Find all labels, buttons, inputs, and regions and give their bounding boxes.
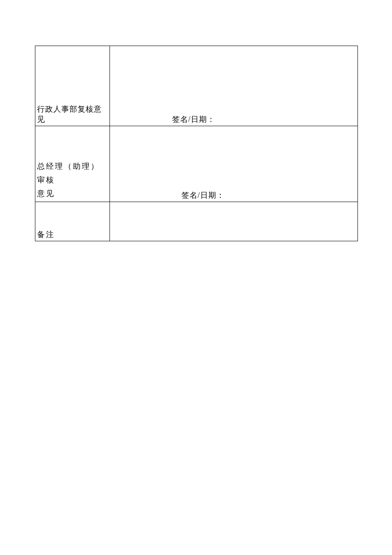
gm-review-label-cell: 总经理（助理） 审核意见 <box>35 126 110 202</box>
gm-review-signature-label: 签名/日期： <box>182 190 225 200</box>
gm-review-content-cell: 签名/日期： <box>110 126 357 202</box>
hr-review-label: 行政人事部复核意见 <box>37 104 110 124</box>
hr-review-signature-label: 签名/日期： <box>172 114 215 124</box>
hr-review-label-cell: 行政人事部复核意见 <box>35 46 110 126</box>
remarks-label-cell: 备注 <box>35 202 110 241</box>
table-row: 备注 <box>35 202 358 241</box>
approval-form-table: 行政人事部复核意见 签名/日期： 总经理（助理） 审核意见 签名/日期： 备注 <box>35 46 358 241</box>
remarks-label: 备注 <box>37 229 55 240</box>
table-row: 总经理（助理） 审核意见 签名/日期： <box>35 126 358 202</box>
table-row: 行政人事部复核意见 签名/日期： <box>35 46 358 126</box>
gm-review-label: 总经理（助理） 审核意见 <box>37 159 110 200</box>
remarks-content-cell <box>110 202 357 241</box>
hr-review-content-cell: 签名/日期： <box>110 46 357 126</box>
